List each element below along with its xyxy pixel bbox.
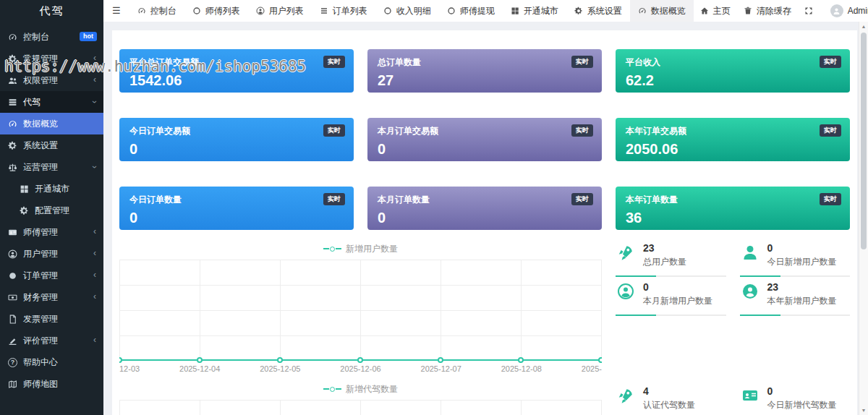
chart-series-line [119,359,601,361]
nav-item-console[interactable]: 控制台 [129,0,184,22]
chevron-left-icon: ‹ [93,69,96,91]
id-card-icon [741,387,760,406]
nav-item-data-overview[interactable]: 数据概览 [630,0,694,22]
clear-cache-label: 清除缓存 [757,5,791,17]
app-logo-title[interactable]: 代驾 [0,0,103,22]
sidebar-item-label: 师傅地图 [23,373,58,395]
sidebar-item-invoice-mgmt[interactable]: 发票管理 [0,308,103,330]
stat-value: 0 [767,385,837,397]
sidebar-item-review-mgmt[interactable]: 评价管理 ‹ [0,330,103,351]
home-label: 主页 [713,5,731,17]
vertical-scrollbar[interactable]: ▲ ▼ [859,22,868,415]
mini-stats-column: 23 总用户数量 0 今日新增用户数量 [616,241,850,415]
nav-item-label: 师傅提现 [460,5,495,17]
nav-item-order-list[interactable]: 订单列表 [312,0,375,22]
tachometer-icon [137,7,147,15]
chevron-left-icon: ‹ [93,286,96,308]
grid-icon [511,7,520,15]
stat-label: 本年新增用户数量 [767,295,837,307]
home-button[interactable]: 主页 [694,5,737,17]
stat-card-value: 1542.06 [129,72,344,89]
sidebar-item-label: 系统设置 [23,134,58,156]
sidebar-item-label: 开通城市 [35,178,69,200]
nav-item-system-settings[interactable]: 系统设置 [566,0,630,22]
sidebar-item-console[interactable]: 控制台 hot [0,26,103,48]
pencil-icon [8,336,18,346]
user-stats-group: 23 总用户数量 0 今日新增用户数量 [616,241,850,319]
stat-today-new-users: 0 今日新增用户数量 [740,241,851,277]
sidebar-item-label: 用户管理 [23,243,58,265]
sidebar-item-driver-map[interactable]: 师傅地图 [0,373,103,395]
sidebar-item-operation-mgmt[interactable]: 运营管理 ‹ [0,156,103,178]
user-circle-icon [8,249,18,259]
rocket-icon [617,387,636,406]
chart-point [518,357,524,363]
user-circle-icon [256,7,265,15]
stat-label: 今日新增用户数量 [767,256,837,268]
chart-legend-new-users[interactable]: 新增用户数量 [119,241,602,257]
cogs-icon [8,54,18,64]
nav-item-income-detail[interactable]: 收入明细 [375,0,439,22]
scrollbar-up-arrow-icon[interactable]: ▲ [859,22,868,31]
scrollbar-thumb[interactable] [861,33,867,249]
stat-card-year-orders: 本年订单数量 36 实时 [616,187,850,230]
realtime-badge: 实时 [571,124,593,137]
sidebar-item-permission-mgmt[interactable]: 权限管理 ‹ [0,69,103,91]
circle-o-icon [447,7,456,15]
fullscreen-button[interactable] [798,7,824,15]
stat-card-value: 0 [129,141,344,158]
bottom-section: 新增用户数量 2025-12-03 2025-12-04 [119,241,850,415]
clear-cache-button[interactable]: 清除缓存 [737,5,798,17]
stat-cards-row-2: 今日订单交易额 0 实时 本月订单交易额 0 实时 本年订单交易额 2050.0… [119,118,850,161]
user-menu[interactable]: Admin [824,4,868,17]
line-chart-new-users [119,260,602,361]
nav-item-label: 订单列表 [333,5,367,17]
username: Admin [848,6,868,16]
navbar-menu: ☰ 控制台 师傅列表 用户列表 订单列表 收入明细 师傅提现 开通城市 [103,0,694,22]
sidebar-item-label: 控制台 [23,26,49,48]
nav-item-open-city[interactable]: 开通城市 [503,0,566,22]
sidebar-item-label: 数据概览 [23,113,58,134]
stat-today-new-drivers: 0 今日新增代驾数量 [740,384,851,415]
legend-label: 新增代驾数量 [346,383,398,395]
chevron-left-icon: ‹ [93,243,96,265]
hamburger-menu-icon[interactable]: ☰ [103,0,129,22]
sidebar-item-order-mgmt[interactable]: 订单管理 ‹ [0,265,103,286]
chevron-left-icon: ‹ [93,221,96,243]
sidebar-item-system-settings[interactable]: 系统设置 [0,134,103,156]
nav-item-driver-withdraw[interactable]: 师傅提现 [439,0,503,22]
circle-icon [8,271,18,281]
content-panel: 平台总订单交易额 1542.06 实时 总订单数量 27 实时 平台收入 62.… [112,30,857,415]
nav-item-driver-list[interactable]: 师傅列表 [184,0,248,22]
chevron-left-icon: ‹ [93,265,96,286]
scrollbar-down-arrow-icon[interactable]: ▼ [859,406,868,415]
grid-icon [20,184,30,194]
chart-point [438,357,443,363]
stat-card-month-orders: 本月订单数量 0 实时 [367,187,602,230]
money-icon [8,293,18,302]
sidebar-item-general-mgmt[interactable]: 常规管理 ‹ [0,48,103,69]
sidebar-section-daijia[interactable]: 代驾 ‹ [0,91,103,113]
sidebar-item-finance-mgmt[interactable]: 财务管理 ‹ [0,286,103,308]
sidebar-item-help-center[interactable]: ? 帮助中心 [0,351,103,373]
sidebar-item-open-city[interactable]: 开通城市 [0,178,103,200]
stat-card-title: 今日订单数量 [129,194,344,206]
sidebar-item-user-mgmt[interactable]: 用户管理 ‹ [0,243,103,265]
stat-card-today-orders: 今日订单数量 0 实时 [119,187,354,230]
stat-month-new-users: 0 本月新增用户数量 [616,280,726,316]
navbar-right: 主页 清除缓存 Admin [694,0,868,22]
stat-card-year-trade: 本年订单交易额 2050.06 实时 [616,118,850,161]
sidebar-item-data-overview[interactable]: 数据概览 [0,113,103,134]
user-icon [741,244,760,262]
chart-legend-new-drivers[interactable]: 新增代驾数量 [119,381,602,397]
x-tick-label: 2025-12-04 [179,364,220,373]
stat-card-value: 0 [378,141,592,158]
stat-card-value: 2050.06 [626,141,840,158]
stat-label: 总用户数量 [643,256,686,268]
stat-card-value: 27 [378,72,592,89]
file-icon [8,315,18,324]
sidebar-item-config-mgmt[interactable]: 配置管理 [0,200,103,221]
sidebar-item-driver-mgmt[interactable]: 师傅管理 ‹ [0,221,103,243]
nav-item-user-list[interactable]: 用户列表 [248,0,312,22]
realtime-badge: 实时 [571,193,593,205]
